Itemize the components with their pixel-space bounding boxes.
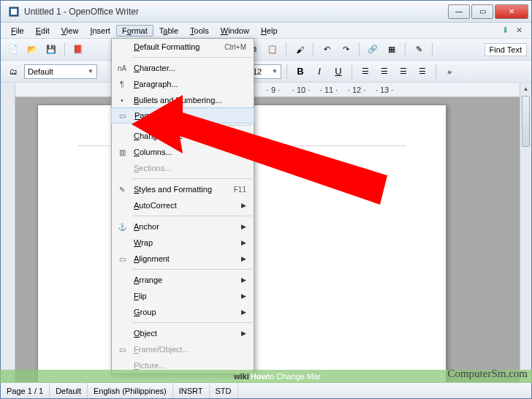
- menu-item-autocorrect[interactable]: AutoCorrect▶: [112, 197, 254, 213]
- menu-item-paragraph[interactable]: ¶Paragraph...: [112, 76, 254, 92]
- paragraph-style-dropdown[interactable]: Default▼: [24, 64, 97, 79]
- menu-item-change-case[interactable]: Change Case▶: [112, 128, 254, 144]
- menu-item-anchor[interactable]: ⚓Anchor▶: [112, 218, 254, 235]
- italic-button[interactable]: I: [311, 64, 327, 80]
- menu-item-styles-and-formatting[interactable]: ✎Styles and FormattingF11: [112, 181, 254, 197]
- underline-button[interactable]: U: [330, 64, 346, 80]
- status-language[interactable]: English (Philippines): [88, 383, 173, 398]
- app-icon: [8, 6, 20, 18]
- menu-table[interactable]: Table: [153, 25, 184, 37]
- menu-format[interactable]: Format: [116, 25, 153, 37]
- wikihow-prefix: wiki: [234, 372, 249, 381]
- align-right-icon[interactable]: ☰: [395, 64, 411, 80]
- menu-item-wrap[interactable]: Wrap▶: [112, 235, 254, 251]
- align-center-icon[interactable]: ☰: [376, 64, 392, 80]
- menu-item-bullets-and-numbering[interactable]: •Bullets and Numbering...: [112, 92, 254, 108]
- window-title: Untitled 1 - OpenOffice Writer: [24, 7, 446, 17]
- scroll-thumb[interactable]: [522, 96, 530, 147]
- menu-tools[interactable]: Tools: [184, 25, 215, 37]
- update-icon[interactable]: ⬇: [502, 26, 509, 35]
- redo-icon[interactable]: ↷: [338, 42, 354, 58]
- toolbar-overflow-icon[interactable]: »: [441, 64, 457, 80]
- open-icon[interactable]: 📂: [24, 42, 40, 58]
- status-style[interactable]: Default: [50, 383, 88, 398]
- menu-item-frame-object: ▭Frame/Object...: [112, 341, 254, 357]
- menubar: File Edit View Insert Format Table Tools…: [1, 23, 531, 39]
- close-doc-icon[interactable]: ✕: [516, 26, 522, 35]
- align-justify-icon[interactable]: ☰: [414, 64, 430, 80]
- statusbar: Page 1 / 1 Default English (Philippines)…: [1, 382, 531, 398]
- export-pdf-icon[interactable]: 📕: [70, 42, 86, 58]
- menu-item-arrange[interactable]: Arrange▶: [112, 272, 254, 288]
- vertical-scrollbar[interactable]: ▲ ▼: [520, 83, 531, 382]
- menu-help[interactable]: Help: [255, 25, 284, 37]
- maximize-button[interactable]: ▭: [471, 4, 493, 19]
- minimize-button[interactable]: —: [448, 4, 470, 19]
- menu-item-alignment[interactable]: ▭Alignment▶: [112, 251, 254, 267]
- menu-item-group[interactable]: Group▶: [112, 304, 254, 320]
- paste-icon[interactable]: 📋: [265, 42, 281, 58]
- status-page: Page 1 / 1: [1, 383, 50, 398]
- horizontal-ruler: · 6 ·· 7 ·· 8 ·· 9 ·· 10 ·· 11 ·· 12 ·· …: [15, 83, 520, 97]
- standard-toolbar: 📄 📂 💾 📕 ⧉ 📋 🖌 ↶ ↷ 🔗 ▦ ✎ Find Text: [1, 39, 531, 61]
- undo-icon[interactable]: ↶: [319, 42, 335, 58]
- menu-file[interactable]: File: [5, 25, 30, 37]
- menu-item-default-formatting[interactable]: Default FormattingCtrl+M: [112, 39, 254, 55]
- menu-item-character[interactable]: nACharacter...: [112, 60, 254, 76]
- format-menu-dropdown: Default FormattingCtrl+MnACharacter...¶P…: [111, 38, 254, 374]
- menu-insert[interactable]: Insert: [84, 25, 116, 37]
- paragraph-style-value: Default: [28, 67, 53, 76]
- menu-item-columns[interactable]: ▥Columns...: [112, 144, 254, 160]
- app-window: Untitled 1 - OpenOffice Writer — ▭ ✕ Fil…: [0, 0, 532, 399]
- bold-button[interactable]: B: [292, 64, 308, 80]
- menu-item-sections: Sections...: [112, 160, 254, 176]
- status-insert[interactable]: INSRT: [173, 383, 210, 398]
- close-button[interactable]: ✕: [495, 4, 528, 19]
- menu-edit[interactable]: Edit: [30, 25, 56, 37]
- svg-rect-1: [11, 9, 17, 15]
- vertical-ruler: [1, 83, 15, 382]
- menu-item-flip[interactable]: Flip▶: [112, 288, 254, 304]
- find-text-button[interactable]: Find Text: [484, 43, 527, 56]
- formatting-toolbar: 🗂 Default▼ 12▼ B I U ☰ ☰ ☰ ☰ »: [1, 61, 531, 83]
- save-icon[interactable]: 💾: [43, 42, 59, 58]
- new-icon[interactable]: 📄: [5, 42, 21, 58]
- scroll-up-icon[interactable]: ▲: [520, 83, 531, 94]
- align-left-icon[interactable]: ☰: [357, 64, 373, 80]
- table-icon[interactable]: ▦: [384, 42, 400, 58]
- wikihow-how: How: [251, 372, 267, 381]
- watermark-text: ComputerSm.com: [447, 368, 528, 380]
- menu-window[interactable]: Window: [215, 25, 255, 37]
- paintbrush-icon[interactable]: 🖌: [292, 42, 308, 58]
- wikihow-rest: to Change Mar: [267, 372, 321, 381]
- hyperlink-icon[interactable]: 🔗: [365, 42, 381, 58]
- styles-icon[interactable]: 🗂: [5, 64, 21, 80]
- document-area: · 6 ·· 7 ·· 8 ·· 9 ·· 10 ·· 11 ·· 12 ·· …: [1, 83, 531, 382]
- menu-item-object[interactable]: Object▶: [112, 325, 254, 341]
- menu-view[interactable]: View: [56, 25, 85, 37]
- status-std[interactable]: STD: [210, 383, 238, 398]
- document-viewport[interactable]: · 6 ·· 7 ·· 8 ·· 9 ·· 10 ·· 11 ·· 12 ·· …: [15, 83, 520, 382]
- draw-icon[interactable]: ✎: [411, 42, 427, 58]
- titlebar: Untitled 1 - OpenOffice Writer — ▭ ✕: [1, 1, 531, 23]
- menu-item-page[interactable]: ▭Page...: [111, 107, 254, 123]
